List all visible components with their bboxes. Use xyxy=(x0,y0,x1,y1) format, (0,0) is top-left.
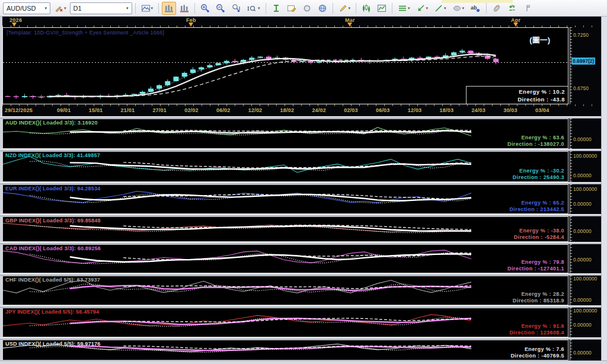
pencil-icon xyxy=(338,4,348,13)
bid-line-toggle-button[interactable] xyxy=(162,2,176,15)
indicator-energy-readout: Energy % : -38.0 Direction : -5284.4 xyxy=(514,228,564,241)
indicator-panel-cad[interactable]: CAD INDEX()( Loaded 3/3): 60.89256 Energ… xyxy=(0,244,601,273)
axis-ticks xyxy=(570,184,572,214)
main-price-chart[interactable]: [Template: 10D-GVIII_Strength + Eyes Sen… xyxy=(2,27,568,104)
date-axis-label: 09/01 xyxy=(57,107,71,113)
indicator-price-axis[interactable]: 0.00000 xyxy=(570,340,601,360)
panel-splitter[interactable] xyxy=(0,337,601,340)
price-axis-label: 100.00000 xyxy=(573,276,597,282)
price-axis-label: 100.00000 xyxy=(573,308,597,314)
horizontal-lines-tool-button[interactable]: ▾ xyxy=(395,2,413,15)
panel-splitter[interactable] xyxy=(0,242,601,244)
zoom-in-button[interactable] xyxy=(198,2,212,15)
indicator-chart-area[interactable]: CHF INDEX()( Loaded 5/5): 63.73937 Energ… xyxy=(2,276,568,305)
current-price-tag: 0.6997(2) xyxy=(571,58,595,65)
indicator-chart-area[interactable]: GBP INDEX()( Loaded 3/3): 69.85848 Energ… xyxy=(2,216,568,242)
arrow-tool-button[interactable]: ▾ xyxy=(414,2,431,15)
date-axis-label: 15/01 xyxy=(89,107,103,113)
indicator-panel-eur[interactable]: EUR INDEX()( Loaded 3/3): 94.28534 Energ… xyxy=(0,184,601,214)
direction-value: Direction : -43.8 xyxy=(467,95,565,103)
indicator-energy-readout: Energy % : 63.6 Direction : -138027.0 xyxy=(507,135,564,148)
indicator-chart-area[interactable]: JPY INDEX()( Loaded 5/5): 56.45794 Energ… xyxy=(2,308,568,337)
date-axis[interactable]: 29/12/202509/0115/0121/0127/0102/0206/02… xyxy=(2,104,601,116)
chart-template-button[interactable]: ▾ xyxy=(139,2,156,15)
toolbar-separator xyxy=(356,3,356,14)
zoom-out-button[interactable] xyxy=(213,2,228,15)
trading-terminal-window: AUD/USD ▾ ▾ D1 ▾ ▾ xyxy=(0,0,607,364)
indicator-chart-area[interactable]: EUR INDEX()( Loaded 3/3): 94.28534 Energ… xyxy=(2,184,568,214)
indicator-panel-chf[interactable]: CHF INDEX()( Loaded 5/5): 63.73937 Energ… xyxy=(0,276,601,305)
pin-button[interactable] xyxy=(520,2,533,15)
panel-splitter[interactable] xyxy=(0,305,601,308)
indicator-title: AUD INDEX()( Loaded 3/3): 3.16920 xyxy=(5,120,98,126)
right-edge xyxy=(601,17,607,360)
date-axis-label: 03/04 xyxy=(535,107,550,113)
indicator-chart-area[interactable]: NZD INDEX()( Loaded 3/3): 41.49857 Energ… xyxy=(2,151,568,182)
indicator-panel-jpy[interactable]: JPY INDEX()( Loaded 5/5): 56.45794 Energ… xyxy=(0,308,601,337)
indicator-panel-nzd[interactable]: NZD INDEX()( Loaded 3/3): 41.49857 Energ… xyxy=(0,151,601,182)
edit-chart-button[interactable] xyxy=(285,2,299,15)
main-toolbar: AUD/USD ▾ ▾ D1 ▾ ▾ xyxy=(0,0,607,17)
toolbar-separator xyxy=(158,3,159,14)
indicator-title: NZD INDEX()( Loaded 3/3): 41.49857 xyxy=(5,152,100,158)
indicator-panel-usd[interactable]: USD INDEX()( Loaded 5/5): 59.97176 Energ… xyxy=(0,340,601,360)
symbol-combo[interactable]: AUD/USD ▾ xyxy=(3,2,50,14)
attach-button[interactable] xyxy=(490,2,504,15)
panel-splitter[interactable] xyxy=(0,149,601,151)
ask-line-toggle-button[interactable] xyxy=(177,2,191,15)
timeframe-combo[interactable]: D1 ▾ xyxy=(70,2,132,14)
community-button[interactable] xyxy=(505,2,519,15)
symbol-properties-button[interactable]: ▾ xyxy=(52,2,69,15)
price-axis-label: 0.00000 xyxy=(573,257,592,263)
indicator-chart-area[interactable]: CAD INDEX()( Loaded 3/3): 60.89256 Energ… xyxy=(2,244,568,273)
svg-text:I: I xyxy=(247,5,250,12)
direction-value: Direction : 25490.3 xyxy=(513,174,564,181)
energy-value: Energy % : 91.6 xyxy=(509,323,564,330)
indicator-price-axis[interactable]: 100.000000.00000 xyxy=(570,151,601,182)
date-axis-label: 06/02 xyxy=(216,107,231,113)
magnifier-plus-icon xyxy=(200,4,210,13)
trendline-tool-button[interactable]: ▾ xyxy=(432,2,449,15)
indicator-price-axis[interactable]: 100.000000.00000 xyxy=(570,276,601,305)
panel-splitter[interactable] xyxy=(0,182,601,184)
web-request-button[interactable] xyxy=(315,2,330,15)
energy-value: Energy % : -30.2 xyxy=(513,168,564,174)
toolbar-separator xyxy=(333,3,333,14)
price-axis-label: 100.00000 xyxy=(573,153,597,159)
indicator-price-axis[interactable]: 100.000000.00000 xyxy=(570,308,601,337)
chevron-down-icon: ▾ xyxy=(462,6,465,11)
find-symbol-button[interactable]: I ▾ xyxy=(244,2,263,15)
indicator-panel-gbp[interactable]: GBP INDEX()( Loaded 3/3): 69.85848 Energ… xyxy=(0,216,601,242)
panel-splitter[interactable] xyxy=(0,214,601,216)
indicator-price-axis[interactable]: 0.00000 xyxy=(570,216,601,242)
indicator-chart-area[interactable]: AUD INDEX()( Loaded 3/3): 3.16920 Energy… xyxy=(2,119,568,149)
chart-window-button[interactable] xyxy=(375,2,389,15)
chevron-down-icon: ▾ xyxy=(349,6,351,11)
window-pencil-icon xyxy=(287,4,296,13)
candles-icon xyxy=(362,4,371,13)
indicator-price-axis[interactable]: 0.00000 xyxy=(570,119,601,149)
panel-splitter[interactable] xyxy=(0,116,601,119)
indicator-chart-area[interactable]: USD INDEX()( Loaded 5/5): 59.97176 Energ… xyxy=(2,340,568,360)
ellipse-shape-button[interactable]: ▾ xyxy=(450,2,467,15)
text-label-button[interactable]: ab xyxy=(468,2,483,15)
axis-ticks xyxy=(570,308,572,337)
bottom-scrollbar[interactable] xyxy=(0,360,607,364)
timeline-ruler[interactable]: 2026FebMarApr xyxy=(2,17,601,27)
candlestick-mode-button[interactable] xyxy=(359,2,373,15)
sphere-tool-button[interactable] xyxy=(300,2,314,15)
indicator-price-axis[interactable]: 0.00000 xyxy=(570,244,601,273)
chevron-down-icon: ▾ xyxy=(426,6,429,11)
date-axis-label: 21/01 xyxy=(121,107,135,113)
data-window-button[interactable] xyxy=(269,2,283,15)
price-axis[interactable]: 0.72500.6997(2)0.6750 xyxy=(570,27,601,104)
direction-value: Direction : -127401.1 xyxy=(507,266,564,272)
zoom-selection-button[interactable] xyxy=(229,2,243,15)
indicator-energy-readout: Energy % : 91.6 Direction : 123608.4 xyxy=(509,323,564,336)
donut-icon xyxy=(302,4,312,13)
indicator-price-axis[interactable]: 100.000000.00000 xyxy=(570,184,601,214)
draw-pencil-button[interactable]: ▾ xyxy=(336,2,353,15)
indicator-panel-aud[interactable]: AUD INDEX()( Loaded 3/3): 3.16920 Energy… xyxy=(0,119,601,149)
panel-splitter[interactable] xyxy=(0,273,601,276)
axis-ticks xyxy=(570,216,572,242)
